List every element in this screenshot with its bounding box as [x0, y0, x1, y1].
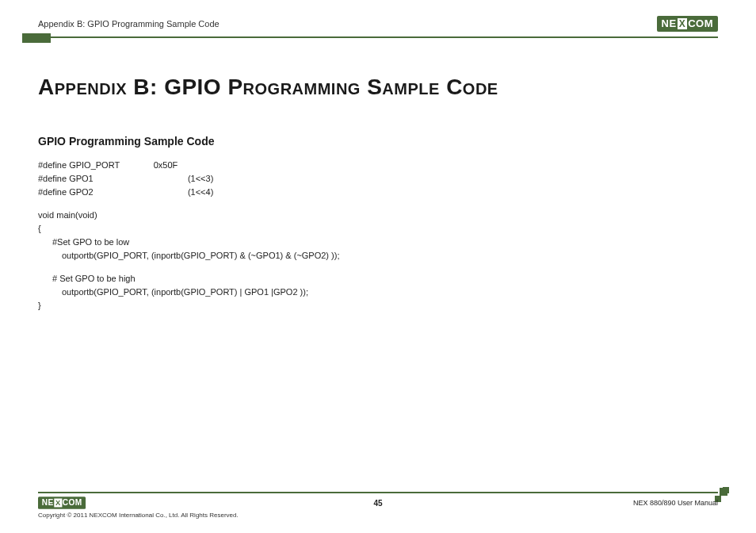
- code-line: }: [38, 299, 718, 313]
- logo-part-right: COM: [63, 498, 82, 508]
- nexcom-logo: NEXCOM: [657, 16, 718, 32]
- logo-part-right: COM: [688, 17, 713, 30]
- section-heading: GPIO Programming Sample Code: [38, 135, 718, 148]
- doc-ref: NEX 880/890 User Manual: [633, 499, 718, 507]
- page-number: 45: [373, 499, 382, 508]
- code-line: #define GPO1 (1<<3): [38, 172, 718, 186]
- code-line: #define GPIO_PORT 0x50F: [38, 159, 718, 172]
- code-line: #define GPO2 (1<<4): [38, 186, 718, 199]
- footer-rule: [38, 492, 718, 493]
- code-line: outportb(GPIO_PORT, (inportb(GPIO_PORT) …: [38, 249, 718, 263]
- footer-left: NEXCOM: [38, 495, 99, 511]
- footer: NEXCOM 45 NEX 880/890 User Manual Copyri…: [38, 492, 718, 519]
- page: Appendix B: GPIO Programming Sample Code…: [0, 0, 756, 533]
- blank-line: [38, 199, 718, 209]
- copyright: Copyright © 2011 NEXCOM International Co…: [38, 512, 718, 519]
- logo-part-x: X: [54, 499, 62, 508]
- header-rule: [38, 36, 718, 38]
- logo-part-x: X: [678, 18, 688, 29]
- footer-row: NEXCOM 45 NEX 880/890 User Manual: [38, 495, 718, 511]
- code-line: # Set GPO to be high: [38, 272, 718, 286]
- content: Appendix B: GPIO Programming Sample Code…: [38, 38, 718, 313]
- code-line: #Set GPO to be low: [38, 236, 718, 249]
- code-line: void main(void): [38, 209, 718, 222]
- code-block: #define GPIO_PORT 0x50F #define GPO1 (1<…: [38, 159, 718, 313]
- logo-part-left: NE: [662, 17, 677, 30]
- code-line: {: [38, 222, 718, 236]
- code-line: outportb(GPIO_PORT, (inportb(GPIO_PORT) …: [38, 286, 718, 299]
- page-title: Appendix B: GPIO Programming Sample Code: [38, 75, 718, 100]
- blank-line: [38, 263, 718, 272]
- logo-part-left: NE: [42, 498, 54, 508]
- logo-top: NEXCOM: [657, 16, 718, 32]
- nexcom-logo-footer: NEXCOM: [38, 497, 86, 509]
- breadcrumb: Appendix B: GPIO Programming Sample Code: [38, 19, 220, 29]
- header-row: Appendix B: GPIO Programming Sample Code…: [38, 14, 718, 33]
